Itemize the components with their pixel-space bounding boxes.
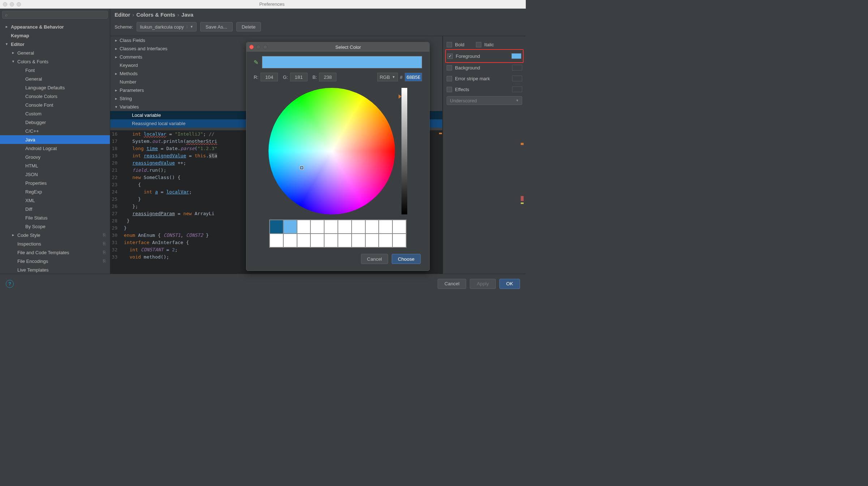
sidebar-item-java[interactable]: Java — [0, 135, 110, 144]
sidebar-item-c-c-[interactable]: C/C++ — [0, 127, 110, 135]
palette-swatch[interactable] — [379, 234, 392, 247]
background-swatch[interactable] — [512, 65, 522, 71]
scheme-dropdown[interactable]: liukun_darkcula copy▼ — [137, 22, 196, 31]
hex-input[interactable] — [405, 73, 422, 81]
effects-checkbox[interactable] — [447, 87, 452, 92]
sidebar-item-by-scope[interactable]: By Scope — [0, 222, 110, 231]
sidebar-item-general[interactable]: ►General — [0, 48, 110, 57]
window-controls — [3, 2, 21, 7]
picker-cancel-button[interactable]: Cancel — [361, 254, 388, 264]
brightness-handle[interactable] — [399, 94, 401, 99]
eyedropper-icon[interactable]: ✎ — [254, 59, 258, 66]
close-window-icon[interactable] — [3, 2, 7, 7]
error-stripe-label: Error stripe mark — [455, 76, 490, 81]
zoom-icon[interactable] — [263, 45, 267, 49]
italic-checkbox[interactable] — [476, 42, 481, 47]
apply-button[interactable]: Apply — [470, 279, 495, 289]
palette-swatch[interactable] — [297, 234, 311, 247]
palette-swatch[interactable] — [297, 220, 311, 234]
error-stripe-swatch[interactable] — [512, 76, 522, 81]
foreground-label: Foreground — [456, 54, 480, 59]
palette-swatch[interactable] — [270, 234, 283, 247]
close-icon[interactable] — [249, 45, 254, 49]
palette-swatch[interactable] — [365, 220, 379, 234]
sidebar-item-json[interactable]: JSON — [0, 170, 110, 179]
sidebar-item-editor[interactable]: ▼Editor — [0, 40, 110, 48]
cancel-button[interactable]: Cancel — [438, 279, 467, 289]
ok-button[interactable]: OK — [499, 279, 520, 289]
palette-swatch[interactable] — [324, 220, 338, 234]
palette-swatch[interactable] — [379, 220, 392, 234]
sidebar-item-inspections[interactable]: Inspections⎘ — [0, 239, 110, 248]
foreground-swatch[interactable] — [511, 53, 521, 59]
palette-swatch[interactable] — [392, 220, 406, 234]
sidebar-item-file-and-code-templates[interactable]: File and Code Templates⎘ — [0, 248, 110, 257]
brightness-slider[interactable] — [401, 88, 407, 214]
sidebar-item-properties[interactable]: Properties — [0, 179, 110, 187]
picker-titlebar: Select Color — [246, 42, 429, 52]
palette-swatch[interactable] — [352, 234, 365, 247]
copy-icon: ⎘ — [103, 233, 106, 238]
disclosure-arrow-icon: ▼ — [115, 105, 120, 109]
effects-swatch[interactable] — [512, 86, 522, 92]
sidebar-item-colors-fonts[interactable]: ▼Colors & Fonts — [0, 57, 110, 66]
color-wheel-marker[interactable] — [300, 166, 303, 169]
sidebar-item-font[interactable]: Font — [0, 66, 110, 74]
palette-swatch[interactable] — [338, 234, 352, 247]
sidebar-item-custom[interactable]: Custom — [0, 109, 110, 118]
scheme-label: Scheme: — [115, 24, 133, 30]
sidebar-item-android-logcat[interactable]: Android Logcat — [0, 144, 110, 153]
attr-item-label: Reassigned local variable — [132, 121, 185, 126]
sidebar-item-debugger[interactable]: Debugger — [0, 118, 110, 127]
bold-checkbox[interactable] — [447, 42, 452, 47]
palette-swatch[interactable] — [338, 220, 352, 234]
minimap-mark — [521, 202, 524, 204]
palette-swatch[interactable] — [270, 220, 283, 234]
sidebar-item-diff[interactable]: Diff — [0, 205, 110, 213]
palette-swatch[interactable] — [283, 234, 297, 247]
minimize-window-icon[interactable] — [10, 2, 14, 7]
minimap — [438, 131, 443, 274]
sidebar-item-code-style[interactable]: ►Code Style⎘ — [0, 231, 110, 239]
sidebar-item-language-defaults[interactable]: Language Defaults — [0, 83, 110, 92]
r-input[interactable] — [261, 73, 278, 81]
effects-type-dropdown[interactable]: Underscored▼ — [447, 96, 522, 105]
palette-swatch[interactable] — [392, 234, 406, 247]
color-wheel[interactable] — [268, 88, 395, 214]
attr-item-label: Comments — [120, 54, 142, 60]
delete-button[interactable]: Delete — [236, 22, 261, 31]
sidebar-item-live-templates[interactable]: Live Templates — [0, 265, 110, 274]
sidebar-item-xml[interactable]: XML — [0, 196, 110, 205]
sidebar-item-regexp[interactable]: RegExp — [0, 187, 110, 196]
sidebar-item-file-status[interactable]: File Status — [0, 213, 110, 222]
palette-swatch[interactable] — [283, 220, 297, 234]
search-input[interactable] — [2, 11, 108, 19]
sidebar-item-console-font[interactable]: Console Font — [0, 101, 110, 109]
sidebar-item-keymap[interactable]: Keymap — [0, 31, 110, 40]
background-checkbox[interactable] — [447, 65, 452, 71]
zoom-window-icon[interactable] — [17, 2, 21, 7]
sidebar-item-groovy[interactable]: Groovy — [0, 153, 110, 161]
minimize-icon[interactable] — [256, 45, 261, 49]
palette-swatch[interactable] — [324, 234, 338, 247]
sidebar-item-label: Debugger — [25, 120, 46, 125]
disclosure-arrow-icon: ► — [115, 97, 120, 101]
palette-swatch[interactable] — [310, 220, 324, 234]
g-input[interactable] — [290, 73, 308, 81]
save-as-button[interactable]: Save As... — [200, 22, 233, 31]
b-label: B: — [313, 74, 317, 80]
picker-choose-button[interactable]: Choose — [392, 254, 421, 264]
palette-swatch[interactable] — [365, 234, 379, 247]
error-stripe-checkbox[interactable] — [447, 76, 452, 81]
sidebar-item-file-encodings[interactable]: File Encodings⎘ — [0, 257, 110, 265]
sidebar-item-html[interactable]: HTML — [0, 161, 110, 170]
sidebar-item-general[interactable]: General — [0, 74, 110, 83]
help-button[interactable]: ? — [6, 280, 14, 288]
b-input[interactable] — [319, 73, 336, 81]
palette-swatch[interactable] — [310, 234, 324, 247]
sidebar-item-console-colors[interactable]: Console Colors — [0, 92, 110, 101]
sidebar-item-appearance-behavior[interactable]: ►Appearance & Behavior — [0, 22, 110, 31]
foreground-checkbox[interactable] — [447, 54, 453, 59]
palette-swatch[interactable] — [352, 220, 365, 234]
color-format-dropdown[interactable]: RGB▼ — [377, 73, 398, 81]
